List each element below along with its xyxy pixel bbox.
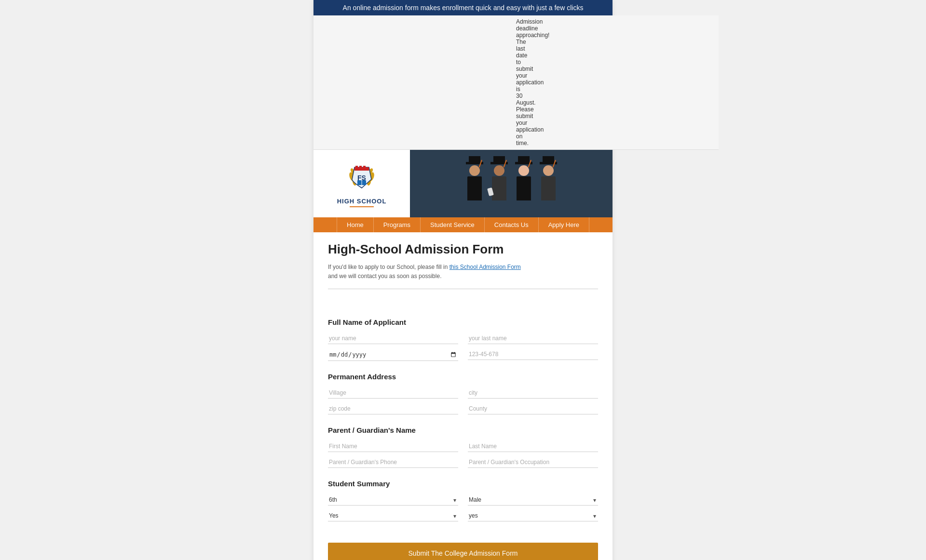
grad-2 <box>490 162 508 200</box>
nav-apply[interactable]: Apply Here <box>539 217 589 232</box>
field4-select[interactable]: yes no <box>468 510 598 521</box>
name-row <box>328 333 598 344</box>
gender-field: Male Female Other <box>468 494 598 506</box>
head-4 <box>543 165 554 176</box>
zip-field <box>328 403 458 414</box>
svg-rect-7 <box>359 166 362 168</box>
logo-area: FS HIGH SCHOOL <box>313 150 410 217</box>
field4-select-wrapper: yes no <box>468 510 598 521</box>
grad-4 <box>540 162 557 200</box>
cap-2 <box>490 162 508 164</box>
section-divider <box>328 289 598 289</box>
head-1 <box>469 165 480 176</box>
cap-4 <box>540 162 557 164</box>
body-4 <box>541 176 556 200</box>
grad-3 <box>515 162 532 200</box>
school-name: HIGH SCHOOL <box>337 198 387 205</box>
top-banner: An online admission form makes enrollmen… <box>313 0 613 15</box>
main-content: High-School Admission Form If you'd like… <box>318 232 608 560</box>
svg-rect-6 <box>355 166 358 168</box>
zip-input[interactable] <box>328 403 458 414</box>
field4-field: yes no <box>468 510 598 521</box>
applicant-section: Full Name of Applicant <box>328 318 598 361</box>
school-logo: FS <box>345 160 379 196</box>
nav-contacts[interactable]: Contacts Us <box>485 217 539 232</box>
desc-post: and we will contact you as soon as possi… <box>328 273 441 280</box>
guardian-occupation-input[interactable] <box>468 457 598 468</box>
field3-select-wrapper: Yes No <box>328 510 458 521</box>
desc-pre: If you'd like to apply to our School, pl… <box>328 264 449 270</box>
guardian-first-name-input[interactable] <box>328 441 458 452</box>
desc-link[interactable]: this School Admission Form <box>449 264 521 270</box>
dob-field <box>328 349 458 361</box>
zip-county-row <box>328 403 598 414</box>
page-title: High-School Admission Form <box>328 242 598 257</box>
village-input[interactable] <box>328 387 458 399</box>
head-2 <box>494 165 504 176</box>
dob-id-row <box>328 349 598 361</box>
guardian-phone-field <box>328 457 458 468</box>
address-section: Permanent Address <box>328 373 598 414</box>
logo-underline <box>350 206 374 207</box>
cap-3 <box>515 162 532 164</box>
submit-button[interactable]: Submit The College Admission Form <box>328 543 598 560</box>
grade-select-wrapper: 6th 7th 8th 9th 10th 11th 12th <box>328 494 458 506</box>
header: FS HIGH SCHOOL <box>313 150 613 217</box>
village-field <box>328 387 458 399</box>
village-city-row <box>328 387 598 399</box>
guardian-last-name-input[interactable] <box>468 441 598 452</box>
gender-select-wrapper: Male Female Other <box>468 494 598 506</box>
nav-student-service[interactable]: Student Service <box>421 217 485 232</box>
id-field <box>468 349 598 361</box>
grade-select[interactable]: 6th 7th 8th 9th 10th 11th 12th <box>328 494 458 506</box>
nav-programs[interactable]: Programs <box>374 217 421 232</box>
field3-field: Yes No <box>328 510 458 521</box>
last-name-field <box>468 333 598 344</box>
nav-home[interactable]: Home <box>337 217 374 232</box>
deadline-bar: Admission deadline approaching! The last… <box>313 15 719 150</box>
id-input[interactable] <box>468 349 598 360</box>
last-name-input[interactable] <box>468 333 598 344</box>
summary-section: Student Summary 6th 7th 8th 9th 10th 11t… <box>328 480 598 521</box>
first-name-field <box>328 333 458 344</box>
applicant-section-title: Full Name of Applicant <box>328 318 598 326</box>
field3-select[interactable]: Yes No <box>328 510 458 521</box>
svg-rect-8 <box>363 166 366 168</box>
guardian-last-name-field <box>468 441 598 452</box>
dob-input[interactable] <box>328 349 458 361</box>
guardian-first-name-field <box>328 441 458 452</box>
grad-1 <box>466 162 483 200</box>
guardian-section: Parent / Guardian's Name <box>328 426 598 468</box>
body-2 <box>492 176 506 200</box>
county-input[interactable] <box>468 403 598 414</box>
gender-select[interactable]: Male Female Other <box>468 494 598 506</box>
grad-scene <box>466 162 557 205</box>
nav-bar: Home Programs Student Service Contacts U… <box>313 217 613 232</box>
first-name-input[interactable] <box>328 333 458 344</box>
county-field <box>468 403 598 414</box>
banner-text: An online admission form makes enrollmen… <box>343 4 584 12</box>
head-3 <box>518 165 529 176</box>
address-section-title: Permanent Address <box>328 373 598 381</box>
guardian-name-row <box>328 441 598 452</box>
grade-field: 6th 7th 8th 9th 10th 11th 12th <box>328 494 458 506</box>
guardian-section-title: Parent / Guardian's Name <box>328 426 598 434</box>
extra-fields-row: Yes No yes no <box>328 510 598 521</box>
grade-gender-row: 6th 7th 8th 9th 10th 11th 12th <box>328 494 598 506</box>
page-description: If you'd like to apply to our School, pl… <box>328 263 598 281</box>
cap-1 <box>466 162 483 164</box>
city-input[interactable] <box>468 387 598 399</box>
summary-section-title: Student Summary <box>328 480 598 488</box>
deadline-text: Admission deadline approaching! The last… <box>516 18 549 147</box>
guardian-phone-input[interactable] <box>328 457 458 468</box>
body-1 <box>467 176 482 200</box>
guardian-phone-occ-row <box>328 457 598 468</box>
city-field <box>468 387 598 399</box>
header-photo <box>410 150 613 217</box>
body-3 <box>517 176 531 200</box>
guardian-occupation-field <box>468 457 598 468</box>
